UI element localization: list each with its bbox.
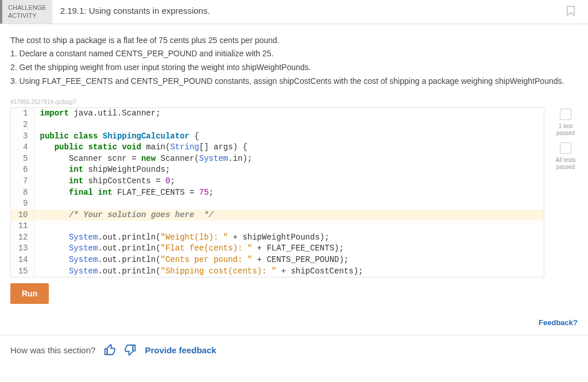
code-line[interactable]: 2 — [11, 119, 544, 131]
line-number: 14 — [11, 254, 34, 266]
line-number: 5 — [11, 153, 34, 165]
challenge-tag: CHALLENGEACTIVITY — [0, 0, 52, 24]
footer-row: How was this section? Provide feedback — [0, 335, 588, 364]
line-number: 1 — [11, 108, 34, 119]
challenge-header: CHALLENGEACTIVITY 2.19.1: Using constant… — [0, 0, 588, 24]
code-content[interactable] — [34, 221, 544, 232]
code-content[interactable]: public static void main(String[] args) { — [34, 142, 544, 153]
checkbox-icon — [560, 109, 571, 120]
line-number: 12 — [11, 232, 34, 244]
line-number: 9 — [11, 198, 34, 210]
feedback-link[interactable]: Feedback? — [539, 318, 578, 327]
code-content[interactable]: int shipCostCents = 0; — [34, 176, 544, 187]
code-line[interactable]: 12 System.out.println("Weight(lb): " + s… — [11, 232, 544, 244]
test-status-all-label: All testspassed — [555, 157, 575, 171]
line-number: 10 — [11, 210, 34, 221]
code-table: 1import java.util.Scanner;2 3public clas… — [11, 108, 544, 277]
code-line[interactable]: 10 /* Your solution goes here */ — [11, 210, 544, 221]
code-line[interactable]: 4 public static void main(String[] args)… — [11, 142, 544, 153]
test-status-1-label: 1 testpassed — [556, 123, 575, 137]
line-number: 11 — [11, 221, 34, 232]
code-content[interactable]: /* Your solution goes here */ — [34, 210, 544, 221]
page-container: CHALLENGEACTIVITY 2.19.1: Using constant… — [0, 0, 588, 364]
bookmark-icon[interactable] — [565, 5, 577, 18]
code-line[interactable]: 13 System.out.println("Flat fee(cents): … — [11, 243, 544, 254]
code-content[interactable]: import java.util.Scanner; — [34, 108, 544, 119]
line-number: 4 — [11, 142, 34, 153]
code-line[interactable]: 8 final int FLAT_FEE_CENTS = 75; — [11, 187, 544, 199]
thumbs-up-icon[interactable] — [103, 344, 116, 356]
code-content[interactable] — [34, 119, 544, 131]
code-content[interactable]: System.out.println("Flat fee(cents): " +… — [34, 243, 544, 254]
line-number: 7 — [11, 176, 34, 187]
code-line[interactable]: 1import java.util.Scanner; — [11, 108, 544, 119]
feedback-link-row: Feedback? — [0, 314, 588, 335]
test-status-column: 1 testpassed All testspassed — [551, 107, 580, 277]
code-content[interactable] — [34, 198, 544, 210]
line-number: 2 — [11, 119, 34, 131]
run-button[interactable]: Run — [10, 283, 49, 304]
workspace: 1import java.util.Scanner;2 3public clas… — [0, 107, 588, 277]
problem-step1: 1. Declare a constant named CENTS_PER_PO… — [10, 48, 578, 60]
provide-feedback-link[interactable]: Provide feedback — [145, 345, 216, 355]
code-editor[interactable]: 1import java.util.Scanner;2 3public clas… — [10, 107, 544, 277]
code-line[interactable]: 7 int shipCostCents = 0; — [11, 176, 544, 187]
code-content[interactable]: final int FLAT_FEE_CENTS = 75; — [34, 187, 544, 199]
code-line[interactable]: 14 System.out.println("Cents per pound: … — [11, 254, 544, 266]
test-status-1: 1 testpassed — [556, 109, 575, 137]
line-number: 8 — [11, 187, 34, 199]
code-content[interactable]: System.out.println("Weight(lb): " + ship… — [34, 232, 544, 244]
code-line[interactable]: 9 — [11, 198, 544, 210]
code-line[interactable]: 5 Scanner scnr = new Scanner(System.in); — [11, 153, 544, 165]
line-number: 6 — [11, 164, 34, 176]
problem-intro: The cost to ship a package is a flat fee… — [10, 34, 578, 47]
test-status-all: All testspassed — [555, 142, 575, 171]
code-content[interactable]: System.out.println("Shipping cost(cents)… — [34, 266, 544, 277]
problem-description: The cost to ship a package is a flat fee… — [0, 24, 588, 97]
hash-label: 417856.2527814.qx3zqy7 — [0, 97, 588, 107]
problem-step2: 2. Get the shipping weight from user inp… — [10, 61, 578, 74]
code-line[interactable]: 11 — [11, 221, 544, 232]
footer-question: How was this section? — [10, 345, 95, 355]
line-number: 3 — [11, 131, 34, 142]
challenge-title: 2.19.1: Using constants in expressions. — [52, 0, 565, 24]
code-line[interactable]: 6 int shipWeightPounds; — [11, 164, 544, 176]
code-content[interactable]: Scanner scnr = new Scanner(System.in); — [34, 153, 544, 165]
thumbs-down-icon[interactable] — [124, 344, 137, 356]
code-line[interactable]: 15 System.out.println("Shipping cost(cen… — [11, 266, 544, 277]
code-content[interactable]: public class ShippingCalculator { — [34, 131, 544, 142]
code-line[interactable]: 3public class ShippingCalculator { — [11, 131, 544, 142]
run-row: Run — [0, 277, 588, 314]
line-number: 13 — [11, 243, 34, 254]
problem-step3: 3. Using FLAT_FEE_CENTS and CENTS_PER_PO… — [10, 75, 578, 88]
checkbox-icon — [560, 142, 571, 154]
code-content[interactable]: int shipWeightPounds; — [34, 164, 544, 176]
line-number: 15 — [11, 266, 34, 277]
code-content[interactable]: System.out.println("Cents per pound: " +… — [34, 254, 544, 266]
